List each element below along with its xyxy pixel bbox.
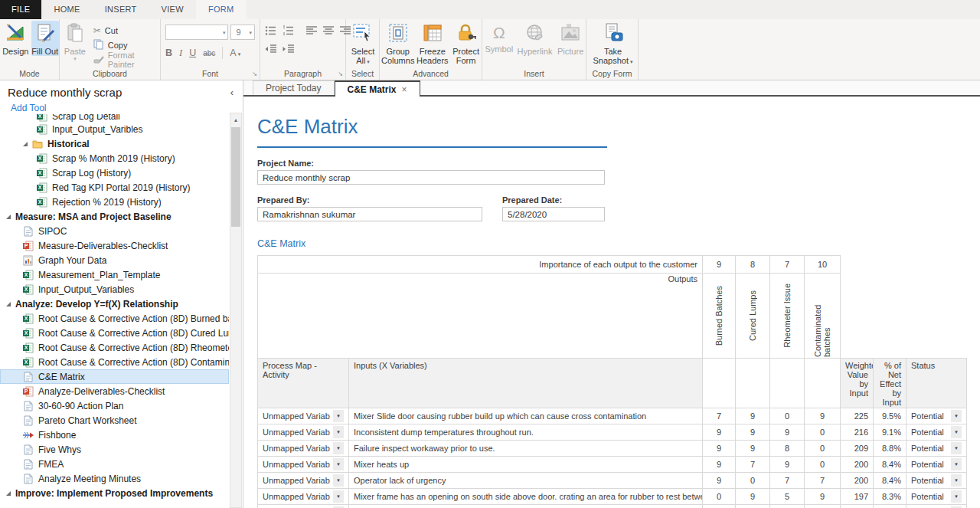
tree-item[interactable]: PMeasure-Deliverables-Checklist: [0, 238, 229, 253]
status-cell[interactable]: Potential▾: [906, 473, 967, 489]
status-cell[interactable]: Potential▾: [906, 408, 967, 424]
score-cell[interactable]: 9: [770, 424, 805, 441]
tab-ce-matrix[interactable]: C&E Matrix×: [335, 80, 420, 97]
score-cell[interactable]: 9: [805, 408, 841, 424]
score-cell[interactable]: 9: [736, 441, 770, 457]
tree-item[interactable]: XScrap Log Detail: [0, 114, 229, 122]
fill-out-button[interactable]: Fill Out: [31, 21, 60, 56]
font-size-select[interactable]: 9▾: [230, 25, 255, 40]
score-cell[interactable]: 7: [770, 473, 805, 489]
ribbon-tab-home[interactable]: HOME: [41, 0, 92, 19]
score-cell[interactable]: 0: [736, 473, 770, 489]
tree-expander-icon[interactable]: [6, 215, 11, 219]
font-dialog-launcher-icon[interactable]: ↘: [252, 70, 257, 77]
score-cell[interactable]: 5: [770, 489, 805, 505]
dropdown-arrow-icon[interactable]: ▾: [951, 458, 962, 470]
hyperlink-button[interactable]: Hyperlink: [516, 21, 554, 56]
variable-mapping-cell[interactable]: Unmapped Variable▾: [258, 424, 349, 441]
symbol-button[interactable]: Ω Symbol: [484, 21, 514, 54]
dropdown-arrow-icon[interactable]: ▾: [951, 442, 962, 454]
tree-item[interactable]: PAnalyze-Deliverables-Checklist: [0, 384, 229, 398]
score-cell[interactable]: 0: [805, 505, 841, 508]
tree-item[interactable]: XMeasurement_Plan_Template: [0, 267, 229, 282]
score-cell[interactable]: 0: [805, 424, 841, 441]
score-cell[interactable]: 7: [805, 473, 841, 489]
importance-value-cell[interactable]: 8: [736, 256, 770, 274]
input-variable-cell[interactable]: Operator change the mix procedure.: [349, 505, 703, 508]
tree-expander-icon[interactable]: [6, 302, 11, 306]
tree-item[interactable]: Measure: MSA and Project Baseline: [0, 209, 229, 224]
tree-item[interactable]: XRoot Cause & Corrective Action (8D) Rhe…: [0, 340, 229, 355]
tree-item[interactable]: FMEA: [0, 457, 229, 471]
collapse-sidebar-icon[interactable]: ‹: [230, 87, 234, 98]
score-cell[interactable]: 9: [770, 457, 805, 473]
tree-item[interactable]: XRoot Cause & Corrective Action (8D) Con…: [0, 355, 229, 369]
dropdown-arrow-icon[interactable]: ▾: [333, 474, 344, 487]
tree-scrollbar[interactable]: ▲: [230, 113, 242, 508]
font-name-select[interactable]: ▾: [165, 25, 228, 40]
score-cell[interactable]: 9: [736, 489, 770, 505]
status-cell[interactable]: Potential▾: [906, 505, 967, 508]
bullet-list-button[interactable]: [265, 25, 276, 36]
dropdown-arrow-icon[interactable]: ▾: [333, 490, 344, 503]
score-cell[interactable]: 0: [770, 408, 805, 424]
ribbon-tab-form[interactable]: FORM: [196, 0, 247, 19]
status-cell[interactable]: Potential▾: [906, 441, 967, 457]
input-variable-cell[interactable]: Mixer Slide door causing rubber build up…: [349, 408, 703, 424]
cut-button[interactable]: ✂ Cut: [90, 23, 158, 38]
importance-value-cell[interactable]: 7: [770, 256, 805, 274]
close-tab-icon[interactable]: ×: [402, 84, 407, 95]
bold-button[interactable]: B: [165, 48, 172, 58]
font-color-button[interactable]: A▾: [230, 48, 240, 58]
scroll-up-icon[interactable]: ▲: [230, 113, 241, 126]
numbered-list-button[interactable]: [283, 25, 294, 36]
tab-project-today[interactable]: Project Today: [253, 80, 335, 95]
group-columns-button[interactable]: Group Columns: [381, 21, 414, 65]
score-cell[interactable]: 9: [703, 441, 736, 457]
prepared-date-field[interactable]: [502, 207, 605, 221]
tree-item[interactable]: Pareto Chart Worksheet: [0, 413, 229, 428]
project-name-field[interactable]: [257, 170, 605, 185]
score-cell[interactable]: 7: [703, 505, 736, 508]
variable-mapping-cell[interactable]: Unmapped Variable▾: [258, 457, 349, 473]
input-variable-cell[interactable]: Inconsistent dump temperatures throughou…: [349, 424, 703, 441]
score-cell[interactable]: 9: [703, 424, 736, 441]
input-variable-cell[interactable]: Failure inspect workaway prior to use.: [349, 441, 703, 457]
tree-item[interactable]: SIPOC: [0, 224, 229, 238]
variable-mapping-cell[interactable]: Unmapped Variable▾: [258, 408, 349, 424]
ribbon-tab-insert[interactable]: INSERT: [93, 0, 149, 19]
tree-item[interactable]: XRejection % 2019 (History): [0, 195, 229, 209]
tree-item[interactable]: XRoot Cause & Corrective Action (8D) Bur…: [0, 311, 229, 326]
status-cell[interactable]: Potential▾: [906, 457, 967, 473]
importance-value-cell[interactable]: 10: [805, 256, 841, 274]
tree-expander-icon[interactable]: [6, 491, 11, 496]
tree-item[interactable]: Historical: [0, 136, 229, 151]
tree-item[interactable]: Analyze: Develop Y=f(X) Relationship: [0, 297, 229, 311]
variable-mapping-cell[interactable]: Unmapped Variable▾: [258, 441, 349, 457]
dropdown-arrow-icon[interactable]: ▾: [333, 442, 344, 454]
strikethrough-button[interactable]: abc: [203, 49, 215, 57]
tree-item[interactable]: XInput_Output_Variables: [0, 282, 229, 297]
tree-item[interactable]: XScrap % Month 2019 (History): [0, 151, 229, 166]
score-cell[interactable]: 9: [770, 505, 805, 508]
protect-form-button[interactable]: Protect Form: [450, 21, 482, 65]
take-snapshot-button[interactable]: Take Snapshot▾: [591, 21, 635, 67]
tree-item[interactable]: 30-60-90 Action Plan: [0, 398, 229, 413]
status-cell[interactable]: Potential▾: [906, 489, 967, 505]
align-center-button[interactable]: [323, 25, 334, 36]
dropdown-arrow-icon[interactable]: ▾: [951, 410, 962, 422]
tree-item[interactable]: Improve: Implement Proposed Improvements: [0, 486, 229, 500]
input-variable-cell[interactable]: Mixer heats up: [349, 457, 703, 473]
tree-item[interactable]: XRed Tag KPI Portal 2019 (History): [0, 180, 229, 195]
importance-value-cell[interactable]: 9: [703, 256, 736, 274]
tree-item[interactable]: XInput_Output_Varibles: [0, 122, 229, 136]
tree-item[interactable]: XRoot Cause & Corrective Action (8D) Cur…: [0, 326, 229, 340]
score-cell[interactable]: 9: [736, 424, 770, 441]
tree-item[interactable]: XScrap Log (History): [0, 166, 229, 180]
score-cell[interactable]: 8: [770, 441, 805, 457]
dropdown-arrow-icon[interactable]: ▾: [951, 490, 962, 503]
status-cell[interactable]: Potential▾: [906, 424, 967, 441]
dropdown-arrow-icon[interactable]: ▾: [333, 458, 344, 470]
dropdown-arrow-icon[interactable]: ▾: [951, 426, 962, 438]
score-cell[interactable]: 9: [703, 473, 736, 489]
